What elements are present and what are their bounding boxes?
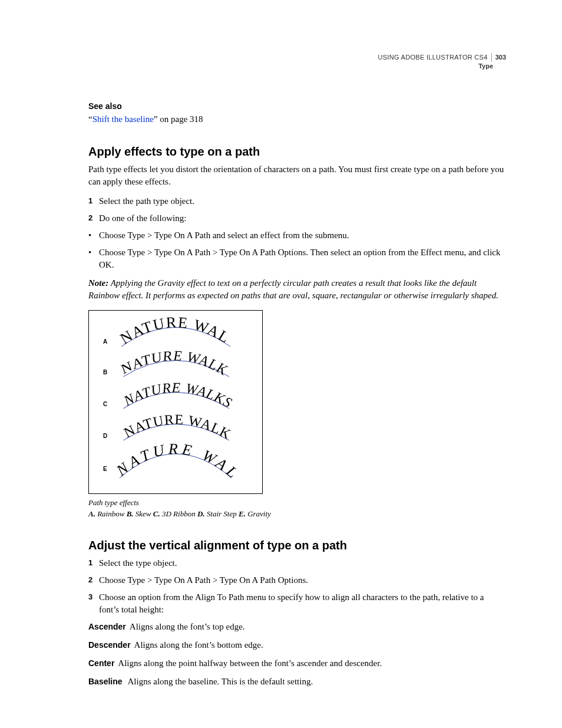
term: Baseline bbox=[88, 677, 123, 686]
figure-svg-stairstep: NATURE WALKS bbox=[89, 411, 262, 444]
term: Center bbox=[88, 658, 114, 668]
section1-bullets: •Choose Type > Type On A Path and select… bbox=[88, 229, 506, 271]
section1-steps: 1Select the path type object. 2Do one of… bbox=[88, 195, 506, 225]
figure-path-type-effects: A NATURE WALKS B NATURE WALKS C bbox=[88, 310, 263, 494]
section1-intro: Path type effects let you distort the or… bbox=[88, 163, 506, 188]
note-text: Applying the Gravity effect to text on a… bbox=[88, 278, 498, 300]
svg-text:NATURE WALKS: NATURE WALKS bbox=[89, 347, 236, 378]
list-item: •Choose Type > Type On A Path and select… bbox=[88, 229, 506, 242]
list-item: 1Select the path type object. bbox=[88, 195, 506, 207]
key-text: 3D Ribbon bbox=[160, 509, 197, 518]
page: USING ADOBE ILLUSTRATOR CS4 303 Type See… bbox=[0, 0, 562, 728]
see-also-heading: See also bbox=[88, 101, 506, 113]
figure-label-d: D bbox=[103, 432, 107, 440]
shift-baseline-link[interactable]: Shift the baseline bbox=[92, 114, 154, 124]
definition-text: Aligns along the point halfway between t… bbox=[118, 658, 382, 668]
figure-svg-rainbow: NATURE WALKS bbox=[89, 314, 262, 350]
svg-text:NATURE WALKS: NATURE WALKS bbox=[89, 314, 233, 348]
step-number: 2 bbox=[88, 212, 99, 225]
figure-svg-3dribbon: NATURE WALKS bbox=[89, 379, 262, 412]
list-item: 2Do one of the following: bbox=[88, 212, 506, 225]
step-text: Choose an option from the Align To Path … bbox=[99, 591, 506, 616]
list-item: •Choose Type > Type On A Path > Type On … bbox=[88, 246, 506, 271]
header-title: USING ADOBE ILLUSTRATOR CS4 bbox=[378, 53, 487, 62]
figure-label-e: E bbox=[103, 465, 107, 473]
quote-open: “ bbox=[88, 114, 92, 124]
step-number: 2 bbox=[88, 574, 99, 587]
bullet-dot: • bbox=[88, 246, 99, 271]
svg-text:NATURE WALKS: NATURE WALKS bbox=[89, 442, 243, 483]
key-letter: E. bbox=[239, 509, 246, 518]
header-section: Type bbox=[88, 62, 506, 71]
key-text: Stair Step bbox=[205, 509, 239, 518]
section-heading-apply-effects: Apply effects to type on a path bbox=[88, 143, 506, 160]
figure-svg-gravity: NATURE WALKS bbox=[89, 442, 262, 487]
step-number: 1 bbox=[88, 557, 99, 569]
step-text: Select the type object. bbox=[99, 557, 177, 569]
section2-steps: 1Select the type object. 2Choose Type > … bbox=[88, 557, 506, 616]
key-letter: A. bbox=[88, 509, 95, 518]
list-item: 1Select the type object. bbox=[88, 557, 506, 569]
step-text: Do one of the following: bbox=[99, 212, 186, 225]
svg-text:NATURE WALKS: NATURE WALKS bbox=[121, 380, 235, 411]
definition-ascender: AscenderAligns along the font’s top edge… bbox=[88, 621, 506, 633]
page-number: 303 bbox=[491, 53, 506, 62]
bullet-dot: • bbox=[88, 229, 99, 242]
key-text: Skew bbox=[134, 509, 153, 518]
step-text: Select the path type object. bbox=[99, 195, 194, 207]
step-text: Choose Type > Type On A Path > Type On A… bbox=[99, 574, 308, 587]
term: Descender bbox=[88, 640, 131, 650]
figure-label-c: C bbox=[103, 400, 107, 409]
definition-descender: DescenderAligns along the font’s bottom … bbox=[88, 639, 506, 651]
bullet-text: Choose Type > Type On A Path and select … bbox=[99, 229, 349, 242]
list-item: 3Choose an option from the Align To Path… bbox=[88, 591, 506, 616]
note-paragraph: Note: Applying the Gravity effect to tex… bbox=[88, 277, 506, 302]
key-letter: D. bbox=[197, 509, 205, 518]
definition-text: Aligns along the font’s top edge. bbox=[130, 622, 245, 631]
running-header: USING ADOBE ILLUSTRATOR CS4 303 Type bbox=[88, 53, 506, 71]
key-letter: B. bbox=[127, 509, 134, 518]
key-text: Rainbow bbox=[95, 509, 127, 518]
step-number: 1 bbox=[88, 195, 99, 207]
figure-label-a: A bbox=[103, 338, 107, 346]
svg-text:NATURE WALKS: NATURE WALKS bbox=[89, 411, 234, 442]
list-item: 2Choose Type > Type On A Path > Type On … bbox=[88, 574, 506, 587]
term: Ascender bbox=[88, 622, 126, 631]
bullet-text: Choose Type > Type On A Path > Type On A… bbox=[99, 246, 506, 271]
section-heading-adjust-vertical: Adjust the vertical alignment of type on… bbox=[88, 537, 506, 554]
note-label: Note: bbox=[88, 278, 108, 288]
definition-text: Aligns along the baseline. This is the d… bbox=[126, 677, 313, 686]
figure-svg-skew: NATURE WALKS bbox=[89, 347, 262, 380]
definition-center: CenterAligns along the point halfway bet… bbox=[88, 657, 506, 670]
figure-label-b: B bbox=[103, 368, 107, 377]
definition-text: Aligns along the font’s bottom edge. bbox=[134, 640, 263, 650]
key-text: Gravity bbox=[246, 509, 271, 518]
figure-caption-title: Path type effects bbox=[88, 498, 506, 508]
xref-suffix: ” on page 318 bbox=[154, 114, 203, 124]
key-letter: C. bbox=[153, 509, 160, 518]
figure-caption-key: A. Rainbow B. Skew C. 3D Ribbon D. Stair… bbox=[88, 509, 506, 519]
step-number: 3 bbox=[88, 591, 99, 616]
see-also-xref: “Shift the baseline” on page 318 bbox=[88, 113, 506, 126]
definition-baseline: Baseline Aligns along the baseline. This… bbox=[88, 676, 506, 688]
